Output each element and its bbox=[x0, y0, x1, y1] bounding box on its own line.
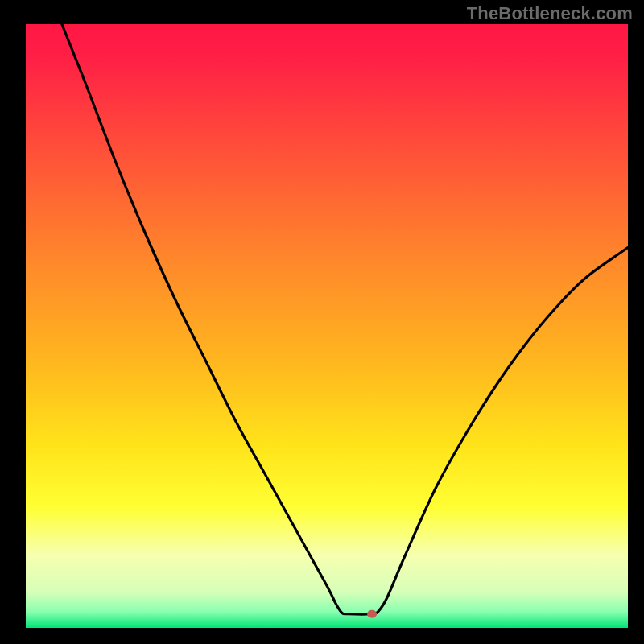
chart-frame: TheBottleneck.com bbox=[0, 0, 644, 644]
plot-background bbox=[26, 24, 628, 628]
minimum-marker bbox=[367, 610, 377, 618]
watermark-text: TheBottleneck.com bbox=[467, 3, 633, 24]
bottleneck-chart bbox=[0, 0, 644, 644]
